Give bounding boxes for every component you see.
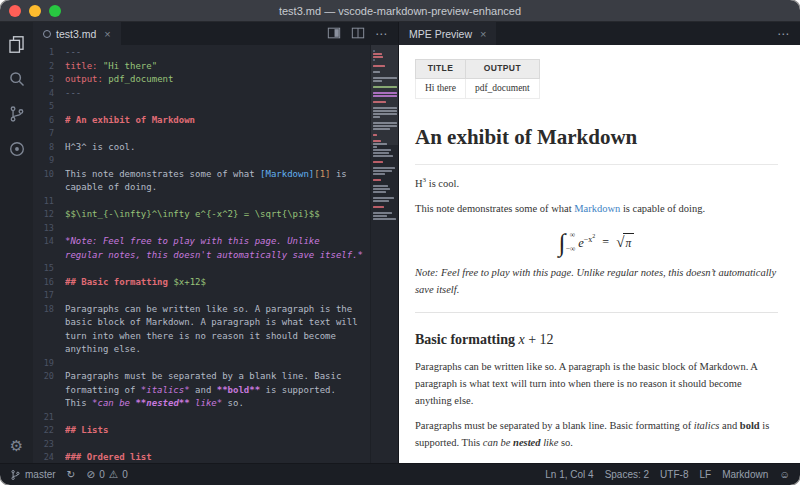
minimap[interactable] — [370, 45, 398, 463]
code-row[interactable]: 7 — [33, 127, 370, 141]
markdown-link[interactable]: Markdown — [574, 203, 620, 214]
code-row[interactable]: 6# An exhibit of Markdown — [33, 114, 370, 128]
minimap-slider[interactable] — [371, 45, 398, 145]
cursor-position[interactable]: Ln 1, Col 4 — [545, 469, 593, 480]
more-actions-icon[interactable]: ⋯ — [777, 27, 790, 41]
line-number: 7 — [33, 127, 65, 141]
indentation-setting[interactable]: Spaces: 2 — [605, 469, 649, 480]
preview-p-demo: This note demonstrates some of what Mark… — [415, 201, 778, 218]
line-number: 19 — [33, 357, 65, 371]
code-row[interactable]: 5 — [33, 100, 370, 114]
close-window-button[interactable] — [9, 5, 21, 17]
code-row[interactable]: turn into when there is no reason it sho… — [33, 330, 370, 344]
source-control-icon[interactable] — [7, 104, 27, 124]
titlebar[interactable]: test3.md — vscode-markdown-preview-enhan… — [0, 0, 800, 22]
warnings-count: 0 — [122, 469, 128, 480]
line-number: 16 — [33, 276, 65, 290]
line-number — [33, 343, 65, 357]
line-number: 18 — [33, 303, 65, 317]
line-number: 14 — [33, 235, 65, 249]
close-tab-icon[interactable]: × — [480, 28, 486, 40]
code-row[interactable]: 3output: pdf_document — [33, 73, 370, 87]
line-number: 20 — [33, 370, 65, 384]
search-icon[interactable] — [7, 69, 27, 89]
feedback-icon[interactable]: ☺ — [779, 469, 790, 480]
settings-gear-icon[interactable]: ⚙ — [10, 438, 23, 453]
markdown-file-icon — [43, 30, 51, 38]
line-number: 24 — [33, 451, 65, 463]
code-row[interactable]: 18Paragraphs can be written like so. A p… — [33, 303, 370, 317]
git-branch-indicator[interactable]: master — [10, 469, 56, 481]
more-actions-icon[interactable]: ⋯ — [375, 27, 388, 41]
editor-code[interactable]: 1---2title: "Hi there"3output: pdf_docum… — [33, 45, 370, 463]
table-header: TITLE — [416, 60, 466, 79]
encoding-setting[interactable]: UTF-8 — [660, 469, 688, 480]
code-row[interactable]: 4--- — [33, 87, 370, 101]
preview-p1: Paragraphs can be written like so. A par… — [415, 359, 778, 409]
traffic-lights — [9, 5, 61, 17]
sync-button[interactable]: ↻ — [67, 469, 76, 480]
line-number: 12 — [33, 208, 65, 222]
editor-actions: ⋯ — [317, 22, 398, 45]
code-row[interactable]: 19 — [33, 357, 370, 371]
open-preview-icon[interactable] — [327, 26, 341, 42]
code-row[interactable]: anything else. — [33, 343, 370, 357]
preview-note: Note: Feel free to play with this page. … — [415, 265, 778, 299]
code-row[interactable]: 20Paragraphs must be separated by a blan… — [33, 370, 370, 384]
preview-actions: ⋯ — [767, 22, 800, 45]
code-row[interactable]: 11 — [33, 195, 370, 209]
close-tab-icon[interactable]: × — [104, 28, 110, 40]
preview-heading-1: An exhibit of Markdown — [415, 121, 778, 166]
tab-label: MPE Preview — [409, 28, 472, 40]
language-mode[interactable]: Markdown — [722, 469, 768, 480]
errors-icon: ⊘ — [86, 469, 95, 480]
code-row[interactable]: 2title: "Hi there" — [33, 60, 370, 74]
zoom-window-button[interactable] — [49, 5, 61, 17]
integral-limits: ∞ −∞ — [567, 229, 576, 255]
code-row[interactable]: 16## Basic formatting $x+12$ — [33, 276, 370, 290]
split-editor-icon[interactable] — [351, 26, 365, 42]
line-number: 2 — [33, 60, 65, 74]
line-number: 11 — [33, 195, 65, 209]
minimize-window-button[interactable] — [29, 5, 41, 17]
code-row[interactable]: formatting of *italics* and **bold** is … — [33, 384, 370, 398]
code-row[interactable]: This *can be **nested** like* so. — [33, 397, 370, 411]
problems-indicator[interactable]: ⊘ 0 ⚠ 0 — [86, 469, 127, 480]
code-row[interactable]: 17 — [33, 289, 370, 303]
sync-icon: ↻ — [67, 469, 76, 480]
tab-test3-md[interactable]: test3.md × — [33, 22, 121, 45]
math-block: ∫ ∞ −∞ e−x2 = √π — [415, 229, 778, 255]
code-row[interactable]: 10This note demonstrates some of what [M… — [33, 168, 370, 182]
code-row[interactable]: 15 — [33, 262, 370, 276]
code-row[interactable]: 12$$\int_{-\infty}^\infty e^{-x^2} = \sq… — [33, 208, 370, 222]
table-row: Hi therepdf_document — [416, 78, 540, 98]
code-row[interactable]: 14*Note: Feel free to play with this pag… — [33, 235, 370, 249]
explorer-icon[interactable] — [7, 34, 27, 54]
line-number: 23 — [33, 438, 65, 452]
line-number: 6 — [33, 114, 65, 128]
markdown-preview[interactable]: TITLEOUTPUTHi therepdf_document An exhib… — [399, 45, 800, 463]
code-row[interactable]: 8H^3^ is cool. — [33, 141, 370, 155]
editor-group: test3.md × ⋯ 1---2title: "Hi there"3outp… — [33, 22, 399, 463]
tab-mpe-preview[interactable]: MPE Preview × — [399, 22, 496, 45]
code-row[interactable]: 23 — [33, 438, 370, 452]
code-row[interactable]: 1--- — [33, 46, 370, 60]
table-cell: pdf_document — [465, 78, 539, 98]
code-row[interactable]: basic block of Markdown. A paragraph is … — [33, 316, 370, 330]
line-number: 21 — [33, 411, 65, 425]
extension-icon[interactable] — [7, 139, 27, 159]
radicand: π — [623, 233, 634, 252]
eol-setting[interactable]: LF — [699, 469, 711, 480]
integral-sign: ∫ — [559, 230, 566, 255]
code-row[interactable]: capable of doing. — [33, 181, 370, 195]
code-row[interactable]: 21 — [33, 411, 370, 425]
code-row[interactable]: 9 — [33, 154, 370, 168]
code-row[interactable]: 24### Ordered list — [33, 451, 370, 463]
code-row[interactable]: 13 — [33, 222, 370, 236]
line-number — [33, 384, 65, 398]
preview-tab-bar: MPE Preview × ⋯ — [399, 22, 800, 45]
code-row[interactable]: regular notes, this doesn't automaticall… — [33, 249, 370, 263]
divider — [415, 312, 778, 313]
git-branch-icon — [10, 469, 21, 481]
code-row[interactable]: 22## Lists — [33, 424, 370, 438]
